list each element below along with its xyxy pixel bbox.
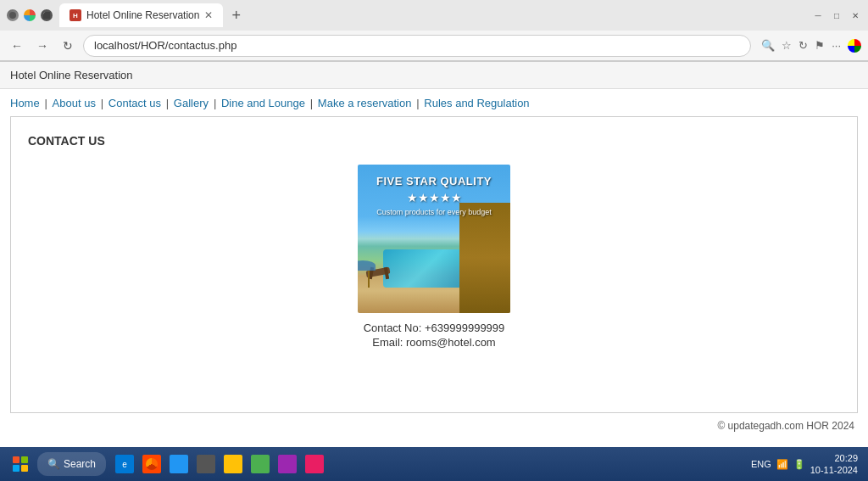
star-icon[interactable]: ☆ [782, 39, 792, 52]
tab-label: Hotel Online Reservation [86, 9, 199, 21]
nav-sep-1: | [45, 97, 51, 109]
taskbar-icon-3[interactable] [167, 452, 191, 454]
nav-about[interactable]: About us [53, 97, 96, 109]
tab-favicon: H [70, 9, 81, 21]
page-footer: © updategadh.com HOR 2024 [0, 413, 868, 439]
app-header: Hotel Online Reservation [0, 62, 868, 89]
taskbar: 🔍 Search e ENG � [0, 447, 868, 454]
nav-sep-6: | [416, 97, 422, 109]
tab-close-button[interactable]: ✕ [204, 9, 213, 21]
image-subtitle: Custom products for every budget [358, 208, 510, 216]
maximize-button[interactable]: □ [831, 9, 843, 21]
new-tab-button[interactable]: + [226, 7, 246, 25]
taskbar-icon-6[interactable] [248, 452, 272, 454]
page-title: CONTACT US [28, 134, 840, 148]
image-text-overlay: FIVE STAR QUALITY ★★★★★ Custom products … [358, 175, 510, 216]
system-icon-3: ⬛ [41, 9, 53, 21]
taskbar-icon-2[interactable] [140, 452, 164, 454]
image-stars: ★★★★★ [358, 191, 510, 204]
address-bar[interactable]: localhost/HOR/contactus.php [83, 35, 751, 57]
url-text: localhost/HOR/contactus.php [94, 39, 236, 52]
app-title: Hotel Online Reservation [10, 69, 133, 81]
contact-email: Email: rooms@hotel.com [364, 336, 505, 349]
taskbar-icon-7[interactable] [275, 452, 299, 454]
nav-dine[interactable]: Dine and Lounge [221, 97, 305, 109]
taskbar-icon-5[interactable] [221, 452, 245, 454]
nav-sep-5: | [310, 97, 316, 109]
taskbar-app-icons: e [113, 452, 326, 454]
search-icon[interactable]: 🔍 [761, 39, 775, 52]
nav-sep-2: | [101, 97, 107, 109]
pool-decoration [383, 249, 468, 288]
contact-no-label: Contact No: [364, 322, 422, 334]
forward-button[interactable]: → [32, 36, 53, 56]
email-value: rooms@hotel.com [406, 336, 496, 349]
active-tab[interactable]: H Hotel Online Reservation ✕ [59, 3, 223, 27]
bookmark-icon[interactable]: ⚑ [815, 39, 825, 52]
taskbar-icon-4[interactable] [194, 452, 218, 454]
back-button[interactable]: ← [7, 36, 27, 56]
window-close-button[interactable]: ✕ [849, 9, 861, 21]
clock-display[interactable]: 20:29 10-11-2024 [810, 452, 861, 454]
email-label: Email: [372, 336, 403, 349]
taskbar-icon-8[interactable] [303, 452, 326, 454]
nav-gallery[interactable]: Gallery [174, 97, 209, 109]
start-button[interactable] [7, 452, 34, 454]
contact-image-wrapper: FIVE STAR QUALITY ★★★★★ Custom products … [28, 165, 840, 350]
more-icon[interactable]: ··· [832, 39, 841, 52]
image-title: FIVE STAR QUALITY [358, 175, 510, 187]
nav-home[interactable]: Home [10, 97, 40, 109]
nav-sep-4: | [214, 97, 220, 109]
hotel-image: FIVE STAR QUALITY ★★★★★ Custom products … [358, 165, 510, 313]
contact-no-value: +639999999999 [425, 322, 504, 334]
nav-contact[interactable]: Contact us [108, 97, 161, 109]
content-area: CONTACT US [10, 116, 858, 413]
taskbar-search[interactable]: 🔍 Search [37, 452, 106, 454]
nav-rules[interactable]: Rules and Regulation [424, 97, 529, 109]
navigation-bar: Home | About us | Contact us | Gallery |… [0, 89, 868, 116]
nav-reservation[interactable]: Make a reservation [318, 97, 412, 109]
svg-point-0 [9, 12, 16, 19]
system-icon-1 [7, 9, 19, 21]
page-content: Home | About us | Contact us | Gallery |… [0, 89, 868, 454]
contact-number: Contact No: +639999999999 [364, 322, 505, 334]
address-bar-icons: 🔍 ☆ ↻ ⚑ ··· [761, 39, 861, 53]
contact-info: Contact No: +639999999999 Email: rooms@h… [364, 320, 505, 350]
system-icon-2 [24, 9, 36, 21]
system-tray: ENG 📶 🔋 20:29 10-11-2024 [751, 452, 861, 454]
taskbar-icon-1[interactable]: e [113, 452, 136, 454]
reload-button[interactable]: ↻ [58, 36, 78, 56]
wall-decoration [459, 203, 510, 313]
nav-sep-3: | [166, 97, 172, 109]
copyright-text: © updategadh.com HOR 2024 [717, 420, 854, 432]
time-text: 20:29 [810, 452, 858, 454]
browser-logo [848, 39, 861, 53]
refresh-icon[interactable]: ↻ [798, 39, 808, 52]
minimize-button[interactable]: ─ [812, 9, 824, 21]
